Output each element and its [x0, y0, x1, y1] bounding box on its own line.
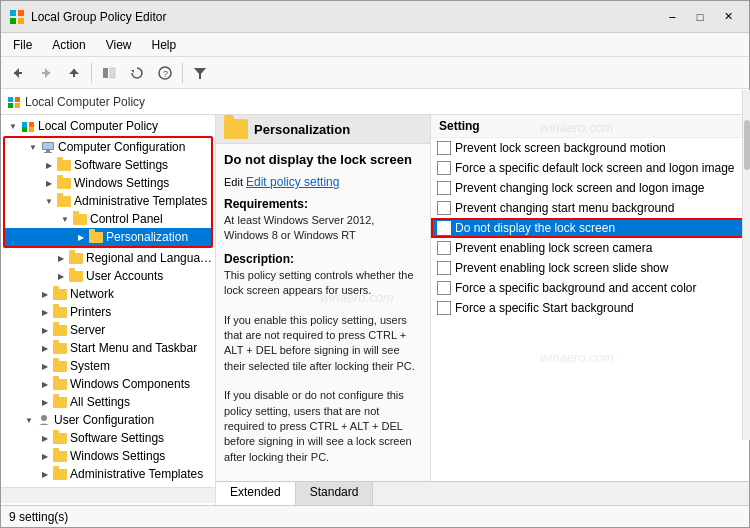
tree-label-printers: Printers: [70, 305, 111, 319]
checkbox-7[interactable]: [437, 281, 451, 295]
tree-item-win-components[interactable]: ▶ Windows Components: [1, 375, 215, 393]
left-tree-panel: ▼ Local Computer Policy ▼: [1, 115, 216, 505]
expand-software[interactable]: ▶: [41, 157, 57, 173]
checkbox-3[interactable]: [437, 201, 451, 215]
back-button[interactable]: [5, 60, 31, 86]
menu-help[interactable]: Help: [144, 36, 185, 54]
expand-win-components[interactable]: ▶: [37, 376, 53, 392]
right-scrollbar-thumb[interactable]: [744, 120, 750, 170]
title-bar-left: Local Group Policy Editor: [9, 9, 166, 25]
expand-local-policy[interactable]: ▼: [5, 118, 21, 134]
expand-all-settings[interactable]: ▶: [37, 394, 53, 410]
tree-item-user-software[interactable]: ▶ Software Settings: [1, 429, 215, 447]
up-button[interactable]: [61, 60, 87, 86]
menu-file[interactable]: File: [5, 36, 40, 54]
description-label: Description:: [224, 252, 422, 266]
window-icon: [9, 9, 25, 25]
expand-personalization[interactable]: ▶: [73, 229, 89, 245]
expand-user-config[interactable]: ▼: [21, 412, 37, 428]
folder-icon-start-menu: [53, 343, 67, 354]
show-hide-button[interactable]: [96, 60, 122, 86]
setting-row-0[interactable]: Prevent lock screen background motion: [431, 138, 749, 158]
checkbox-4[interactable]: [437, 221, 451, 235]
left-panel-scrollbar[interactable]: [1, 487, 215, 503]
tree-item-printers[interactable]: ▶ Printers: [1, 303, 215, 321]
menu-view[interactable]: View: [98, 36, 140, 54]
svg-rect-0: [10, 10, 16, 16]
expand-user-software[interactable]: ▶: [37, 430, 53, 446]
expand-control-panel[interactable]: ▼: [57, 211, 73, 227]
tree-item-network[interactable]: ▶ Network: [1, 285, 215, 303]
setting-label-1: Force a specific default lock screen and…: [455, 161, 735, 175]
tree-label-software: Software Settings: [74, 158, 168, 172]
setting-row-7[interactable]: Force a specific background and accent c…: [431, 278, 749, 298]
expand-regional[interactable]: ▶: [53, 250, 69, 266]
minimize-button[interactable]: ‒: [659, 7, 685, 27]
user-config-icon: [37, 414, 51, 426]
tree-item-user-config[interactable]: ▼ User Configuration: [1, 411, 215, 429]
tree-label-control-panel: Control Panel: [90, 212, 163, 226]
checkbox-1[interactable]: [437, 161, 451, 175]
folder-icon-software: [57, 160, 71, 171]
close-button[interactable]: ✕: [715, 7, 741, 27]
setting-label-7: Force a specific background and accent c…: [455, 281, 696, 295]
help-button[interactable]: ?: [152, 60, 178, 86]
tree-item-start-menu[interactable]: ▶ Start Menu and Taskbar: [1, 339, 215, 357]
expand-network[interactable]: ▶: [37, 286, 53, 302]
checkbox-2[interactable]: [437, 181, 451, 195]
tree-item-windows-settings[interactable]: ▶ Windows Settings: [5, 174, 211, 192]
setting-row-4-selected[interactable]: Do not display the lock screen: [431, 218, 749, 238]
expand-computer-config[interactable]: ▼: [25, 139, 41, 155]
right-scrollbar[interactable]: [742, 115, 749, 440]
filter-button[interactable]: [187, 60, 213, 86]
tree-item-admin-templates[interactable]: ▼ Administrative Templates: [5, 192, 211, 210]
checkbox-5[interactable]: [437, 241, 451, 255]
status-bar: 9 setting(s): [1, 505, 749, 527]
checkbox-6[interactable]: [437, 261, 451, 275]
setting-row-2[interactable]: Prevent changing lock screen and logon i…: [431, 178, 749, 198]
middle-body: Do not display the lock screen Edit Edit…: [216, 144, 430, 481]
expand-user-windows[interactable]: ▶: [37, 448, 53, 464]
tree-item-all-settings[interactable]: ▶ All Settings: [1, 393, 215, 411]
edit-policy-link[interactable]: Edit policy setting: [246, 175, 339, 189]
refresh-button[interactable]: [124, 60, 150, 86]
svg-rect-20: [22, 122, 27, 127]
menu-action[interactable]: Action: [44, 36, 93, 54]
setting-row-6[interactable]: Prevent enabling lock screen slide show: [431, 258, 749, 278]
folder-icon-admin-templates: [57, 196, 71, 207]
expand-start-menu[interactable]: ▶: [37, 340, 53, 356]
expand-system[interactable]: ▶: [37, 358, 53, 374]
setting-row-3[interactable]: Prevent changing start menu background: [431, 198, 749, 218]
svg-rect-18: [8, 103, 13, 108]
maximize-button[interactable]: □: [687, 7, 713, 27]
expand-windows-settings[interactable]: ▶: [41, 175, 57, 191]
tree-item-software-settings[interactable]: ▶ Software Settings: [5, 156, 211, 174]
tree-item-user-accounts[interactable]: ▶ User Accounts: [1, 267, 215, 285]
tree-item-regional[interactable]: ▶ Regional and Languag...: [1, 249, 215, 267]
tree-item-control-panel[interactable]: ▼ Control Panel: [5, 210, 211, 228]
tree-item-user-admin[interactable]: ▶ Administrative Templates: [1, 465, 215, 483]
svg-rect-9: [73, 69, 75, 77]
expand-admin-templates[interactable]: ▼: [41, 193, 57, 209]
tab-standard[interactable]: Standard: [296, 482, 374, 505]
checkbox-0[interactable]: [437, 141, 451, 155]
tree-label-windows-settings: Windows Settings: [74, 176, 169, 190]
expand-printers[interactable]: ▶: [37, 304, 53, 320]
setting-row-1[interactable]: Force a specific default lock screen and…: [431, 158, 749, 178]
tab-extended[interactable]: Extended: [216, 482, 296, 505]
tree-item-computer-config[interactable]: ▼ Computer Configuration: [5, 138, 211, 156]
svg-rect-3: [18, 18, 24, 24]
tree-item-system[interactable]: ▶ System: [1, 357, 215, 375]
setting-row-8[interactable]: Force a specific Start background: [431, 298, 749, 318]
setting-row-5[interactable]: Prevent enabling lock screen camera: [431, 238, 749, 258]
tree-item-personalization[interactable]: ▶ Personalization: [5, 228, 211, 246]
tree-item-local-policy[interactable]: ▼ Local Computer Policy: [1, 117, 215, 135]
expand-server[interactable]: ▶: [37, 322, 53, 338]
expand-user-admin[interactable]: ▶: [37, 466, 53, 482]
checkbox-8[interactable]: [437, 301, 451, 315]
forward-button[interactable]: [33, 60, 59, 86]
tree-item-server[interactable]: ▶ Server: [1, 321, 215, 339]
tree-item-user-windows[interactable]: ▶ Windows Settings: [1, 447, 215, 465]
expand-user-accounts[interactable]: ▶: [53, 268, 69, 284]
folder-icon-user-accounts: [69, 271, 83, 282]
